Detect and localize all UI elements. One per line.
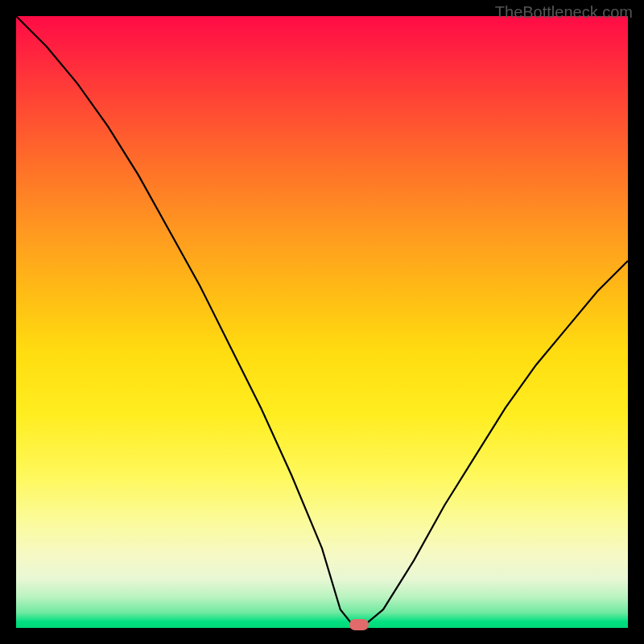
- optimal-point-marker: [349, 619, 369, 630]
- chart-plot-area: [16, 16, 628, 628]
- bottleneck-curve: [16, 16, 628, 628]
- watermark-text: TheBottleneck.com: [495, 3, 633, 22]
